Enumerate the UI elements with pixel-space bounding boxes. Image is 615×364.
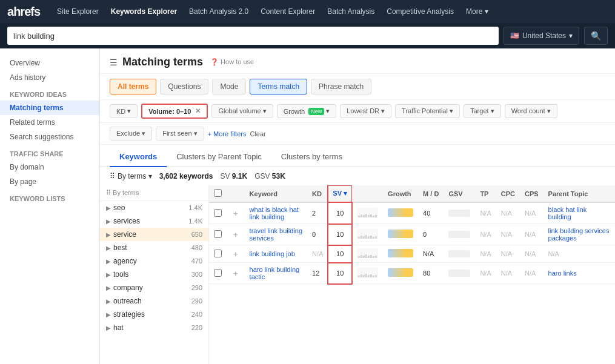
sv-chart-cell <box>352 245 383 263</box>
add-cell: + <box>227 245 245 263</box>
list-item[interactable]: ▶ services 1.4K <box>100 214 208 228</box>
sv-chart-cell <box>352 224 383 245</box>
cpc-cell: N/A <box>496 224 520 245</box>
sidebar-item-by-page[interactable]: By page <box>0 174 99 189</box>
parent-topic-link[interactable]: link building services packages <box>548 227 610 242</box>
clear-link[interactable]: Clear <box>250 130 265 137</box>
col-sv[interactable]: SV ▾ <box>328 185 352 202</box>
col-kd[interactable]: KD <box>307 185 328 202</box>
how-to-link[interactable]: ❓ How to use <box>210 58 254 66</box>
cps-cell: N/A <box>520 263 544 284</box>
keyword-cell: link building job <box>245 245 307 263</box>
list-item[interactable]: ▶ seo 1.4K <box>100 201 208 214</box>
nav-competitive-analysis[interactable]: Competitive Analysis <box>382 5 459 18</box>
list-item[interactable]: ▶ strategies 240 <box>100 308 208 321</box>
sub-tab-clusters-parent[interactable]: Clusters by Parent Topic <box>167 147 271 167</box>
lowest-dr-filter[interactable]: Lowest DR ▾ <box>340 104 391 118</box>
keyword-cell: travel link building services <box>245 224 307 245</box>
row-checkbox[interactable] <box>214 250 222 257</box>
row-checkbox[interactable] <box>214 209 222 217</box>
growth-filter[interactable]: Growth New ▾ <box>277 104 336 118</box>
select-all-checkbox[interactable] <box>214 189 222 197</box>
logo[interactable]: ahrefs <box>7 5 40 19</box>
nav-keywords-explorer[interactable]: Keywords Explorer <box>106 5 182 18</box>
list-item[interactable]: ▶ hat 220 <box>100 321 208 334</box>
nav-more[interactable]: More ▾ <box>461 5 493 18</box>
sidebar-item-ads-history[interactable]: Ads history <box>0 70 99 85</box>
search-input[interactable] <box>13 31 493 41</box>
row-checkbox[interactable] <box>214 269 222 277</box>
col-add <box>227 185 245 202</box>
country-flag: 🇺🇸 <box>510 31 519 40</box>
left-panel: ⠿ By terms ▶ seo 1.4K ▶ services 1.4K ▶ … <box>100 185 209 364</box>
sub-tab-keywords[interactable]: Keywords <box>110 147 167 167</box>
by-terms-button[interactable]: ⠿ By terms ▾ <box>110 172 152 180</box>
volume-filter[interactable]: Volume: 0–10 ✕ <box>141 104 208 119</box>
exclude-filter[interactable]: Exclude ▾ <box>110 127 152 141</box>
volume-close-icon[interactable]: ✕ <box>195 107 201 115</box>
add-keyword-button[interactable]: + <box>231 250 240 259</box>
add-keyword-button[interactable]: + <box>231 230 240 239</box>
keyword-link[interactable]: travel link building services <box>250 227 302 242</box>
hamburger-icon[interactable]: ☰ <box>110 58 118 67</box>
sidebar-item-search-suggestions[interactable]: Search suggestions <box>0 130 99 144</box>
more-filters-link[interactable]: + More filters <box>208 130 247 137</box>
col-cps[interactable]: CPS <box>520 185 544 202</box>
cpc-cell: N/A <box>496 263 520 284</box>
col-cpc[interactable]: CPC <box>496 185 520 202</box>
parent-topic-link[interactable]: black hat link building <box>548 206 587 220</box>
word-count-filter[interactable]: Word count ▾ <box>505 104 557 118</box>
parent-topic-link[interactable]: haro links <box>548 270 577 277</box>
sidebar-item-related-terms[interactable]: Related terms <box>0 115 99 130</box>
keyword-link[interactable]: link building job <box>250 250 295 257</box>
target-filter[interactable]: Target ▾ <box>464 104 501 118</box>
nav-batch-analysis[interactable]: Batch Analysis <box>322 5 379 18</box>
sidebar-section-keyword-ideas: Keyword ideas <box>0 85 99 101</box>
tab-mode[interactable]: Mode <box>212 79 246 94</box>
keyword-link[interactable]: what is black hat link building <box>250 206 299 220</box>
search-input-wrap <box>7 27 499 45</box>
col-growth[interactable]: Growth <box>383 185 418 202</box>
global-volume-filter[interactable]: Global volume ▾ <box>211 104 273 118</box>
col-gsv[interactable]: GSV <box>444 185 475 202</box>
add-keyword-button[interactable]: + <box>231 209 240 218</box>
col-tp[interactable]: TP <box>475 185 496 202</box>
list-item[interactable]: ▶ outreach 290 <box>100 294 208 308</box>
sub-tab-clusters-terms[interactable]: Clusters by terms <box>271 147 352 167</box>
tab-questions[interactable]: Questions <box>160 79 208 94</box>
keyword-link[interactable]: haro link building tactic <box>250 266 300 280</box>
first-seen-label: First seen ▾ <box>162 130 197 137</box>
sidebar-section-keyword-lists: Keyword lists <box>0 189 99 205</box>
keywords-count: 3,602 keywords <box>159 172 213 180</box>
tab-terms-match[interactable]: Terms match <box>250 79 307 94</box>
col-keyword[interactable]: Keyword <box>245 185 307 202</box>
kd-label: KD <box>116 108 125 115</box>
list-item[interactable]: ▶ best 480 <box>100 241 208 254</box>
sidebar-item-by-domain[interactable]: By domain <box>0 160 99 174</box>
add-keyword-button[interactable]: + <box>231 269 240 278</box>
sidebar: Overview Ads history Keyword ideas Match… <box>0 48 100 364</box>
col-parent-topic[interactable]: Parent Topic <box>544 185 615 202</box>
keyword-cell: haro link building tactic <box>245 263 307 284</box>
nav-site-explorer[interactable]: Site Explorer <box>52 5 104 18</box>
sidebar-item-matching-terms[interactable]: Matching terms <box>0 101 99 115</box>
nav-content-explorer[interactable]: Content Explorer <box>256 5 320 18</box>
search-button[interactable]: 🔍 <box>584 27 608 45</box>
tab-phrase-match[interactable]: Phrase match <box>311 79 371 94</box>
traffic-potential-filter[interactable]: Traffic Potential ▾ <box>395 104 460 118</box>
row-checkbox[interactable] <box>214 230 222 238</box>
country-selector[interactable]: 🇺🇸 United States ▾ <box>504 27 579 45</box>
nav-batch-analysis-2[interactable]: Batch Analysis 2.0 <box>184 5 253 18</box>
kd-filter[interactable]: KD ▾ <box>110 104 138 118</box>
page-title: Matching terms <box>122 56 203 68</box>
list-item[interactable]: ▶ service 650 <box>100 228 208 241</box>
list-item[interactable]: ▶ tools 300 <box>100 268 208 281</box>
list-item[interactable]: ▶ company 290 <box>100 281 208 294</box>
list-item[interactable]: ▶ agency 470 <box>100 254 208 268</box>
sidebar-item-overview[interactable]: Overview <box>0 56 99 70</box>
sidebar-section-traffic-share: Traffic share <box>0 144 99 160</box>
tab-all-terms[interactable]: All terms <box>110 79 156 94</box>
gsv-cell <box>444 224 475 245</box>
first-seen-filter[interactable]: First seen ▾ <box>156 127 204 141</box>
col-md[interactable]: M / D <box>418 185 444 202</box>
